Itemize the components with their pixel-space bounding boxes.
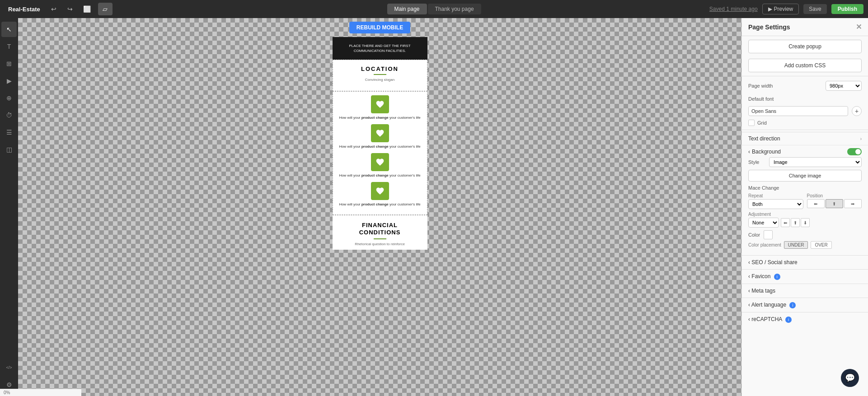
panel-close-button[interactable]: ✕ — [856, 23, 862, 31]
color-placement-over[interactable]: OVER — [811, 241, 831, 249]
page-width-label: Page width — [748, 83, 773, 89]
background-collapse-arrow: ‹ — [748, 149, 750, 155]
style-label: Style — [748, 159, 766, 165]
sidebar-icon-media[interactable]: ▶ — [1, 73, 17, 89]
page-canvas: PLACE THERE AND GET THE FIRST COMMUNICAT… — [333, 37, 427, 250]
color-placement-label: Color placement — [748, 242, 781, 247]
location-divider — [374, 74, 386, 75]
desktop-view-button[interactable]: ⬜ — [80, 3, 94, 15]
favicon-header[interactable]: ‹ Favicon i — [742, 270, 868, 284]
adj-controls: None Cover Contain ⬅ ⬆ ⬇ — [748, 218, 862, 228]
feature-item-4: How will your product change your custom… — [337, 182, 423, 206]
chat-bubble[interactable]: 💬 — [841, 369, 859, 387]
rebuild-mobile-button[interactable]: REBUILD MOBILE — [349, 22, 410, 33]
create-popup-button[interactable]: Create popup — [748, 40, 862, 53]
default-font-row: Default font — [742, 93, 868, 104]
financial-slogan: Rhetorical question to reinforce — [337, 242, 423, 246]
toolbar-right: Saved 1 minute ago ▶ Preview Save Publis… — [709, 4, 863, 14]
status-bar: 0% — [18, 389, 81, 396]
background-toggle[interactable] — [847, 148, 862, 155]
position-center-button[interactable]: ⬆ — [826, 199, 843, 208]
canvas-area[interactable]: REBUILD MOBILE PLACE THERE AND GET THE F… — [18, 18, 741, 396]
sidebar-icon-forms[interactable]: ☰ — [1, 125, 17, 140]
sidebar-icon-cursor[interactable]: ↖ — [1, 22, 17, 37]
position-label: Position — [807, 193, 862, 198]
adj-center-icon[interactable]: ⬆ — [791, 218, 800, 227]
favicon-title: ‹ Favicon i — [748, 273, 780, 280]
add-css-button[interactable]: Add custom CSS — [748, 59, 862, 72]
panel-header: Page Settings ✕ — [742, 18, 868, 36]
meta-tags-header[interactable]: ‹ Meta tags — [742, 284, 868, 298]
seo-section: ‹ SEO / Social share — [742, 255, 868, 269]
feature-text-2: How will your product change your custom… — [337, 144, 423, 149]
default-font-label: Default font — [748, 96, 774, 102]
alert-language-title: ‹ Alert language i — [748, 302, 796, 308]
adj-right-icon[interactable]: ⬇ — [801, 218, 810, 227]
position-right-button[interactable]: ➡ — [844, 199, 862, 208]
location-slogan: Convincing slogan — [338, 78, 422, 82]
alert-language-info-icon: i — [789, 302, 796, 308]
sidebar-icon-layout[interactable]: ⊞ — [1, 56, 17, 71]
add-font-button[interactable]: + — [852, 106, 862, 116]
position-left-button[interactable]: ⬅ — [807, 199, 825, 208]
save-button[interactable]: Save — [803, 4, 826, 14]
alert-language-header[interactable]: ‹ Alert language i — [742, 298, 868, 312]
page-width-select[interactable]: 980px 1200px 1440px — [826, 81, 862, 91]
change-image-button[interactable]: Change image — [748, 170, 862, 182]
background-header[interactable]: ‹ Background — [748, 145, 862, 157]
sidebar-icon-clock[interactable]: ⏱ — [1, 107, 17, 123]
tab-thank-you-page[interactable]: Thank you page — [427, 4, 481, 14]
adj-left-icon[interactable]: ⬅ — [781, 218, 790, 227]
sidebar-icon-layers[interactable]: ◫ — [1, 142, 17, 157]
undo-button[interactable]: ↩ — [47, 3, 60, 15]
font-select[interactable]: Open Sans Roboto Lato — [748, 106, 848, 116]
features-section: How will your product change your custom… — [333, 91, 427, 215]
text-direction-collapse[interactable]: Text direction › — [742, 132, 868, 145]
sidebar-icon-code[interactable]: </> — [1, 360, 17, 375]
color-placement-under[interactable]: UNDER — [784, 241, 808, 249]
heart-icon-4 — [375, 186, 385, 196]
alert-language-section: ‹ Alert language i — [742, 298, 868, 312]
repeat-select[interactable]: Both X Y None — [748, 199, 803, 209]
font-select-row: Open Sans Roboto Lato + — [742, 104, 868, 118]
redo-button[interactable]: ↪ — [64, 3, 76, 15]
alert-language-arrow: ‹ — [748, 302, 751, 308]
seo-header[interactable]: ‹ SEO / Social share — [742, 256, 868, 269]
repeat-label: Repeat — [748, 193, 803, 198]
favicon-section: ‹ Favicon i — [742, 269, 868, 284]
main-layout: ↖ T ⊞ ▶ ⊕ ⏱ ☰ ◫ </> ⚙ REBUILD MOBILE PLA… — [0, 18, 868, 396]
color-row: Color — [748, 230, 862, 239]
toolbar: Real-Estate ↩ ↪ ⬜ ▱ Main page Thank you … — [0, 0, 868, 18]
saved-status[interactable]: Saved 1 minute ago — [709, 6, 758, 12]
recaptcha-header[interactable]: ‹ reCAPTCHA i — [742, 312, 868, 326]
style-select[interactable]: Image Color Gradient Video — [769, 157, 862, 167]
background-section: ‹ Background Style Image Color Gradient … — [742, 145, 868, 255]
adjustment-select[interactable]: None Cover Contain — [748, 218, 779, 228]
color-swatch[interactable] — [764, 230, 773, 239]
adjustment-label: Adjustment — [748, 212, 862, 217]
feature-text-1: How will your product change your custom… — [337, 116, 423, 120]
feature-icon-1 — [371, 95, 389, 113]
feature-icon-3 — [371, 153, 389, 171]
tab-main-page[interactable]: Main page — [387, 4, 427, 14]
location-section: LOCATION Convincing slogan — [333, 60, 427, 91]
recaptcha-info-icon: i — [785, 317, 792, 323]
chat-icon: 💬 — [845, 373, 855, 383]
location-title: LOCATION — [338, 65, 422, 72]
panel-title: Page Settings — [748, 23, 790, 31]
preview-icon: ▶ — [768, 6, 772, 12]
rebuild-bar: REBUILD MOBILE — [18, 18, 741, 37]
publish-button[interactable]: Publish — [831, 4, 863, 14]
adjustment-row: Adjustment None Cover Contain ⬅ ⬆ ⬇ — [748, 212, 862, 228]
preview-button[interactable]: ▶ Preview — [762, 4, 799, 14]
recaptcha-section: ‹ reCAPTCHA i — [742, 312, 868, 326]
page-tabs: Main page Thank you page — [387, 4, 481, 14]
grid-check-row: Grid — [742, 118, 868, 128]
mobile-view-button[interactable]: ▱ — [98, 3, 113, 15]
grid-label: Grid — [757, 120, 767, 126]
sidebar-icon-text[interactable]: T — [1, 39, 17, 54]
grid-checkbox[interactable] — [748, 120, 755, 126]
sidebar-icon-widget[interactable]: ⊕ — [1, 90, 17, 106]
divider-2 — [742, 130, 868, 130]
feature-item-2: How will your product change your custom… — [337, 124, 423, 149]
